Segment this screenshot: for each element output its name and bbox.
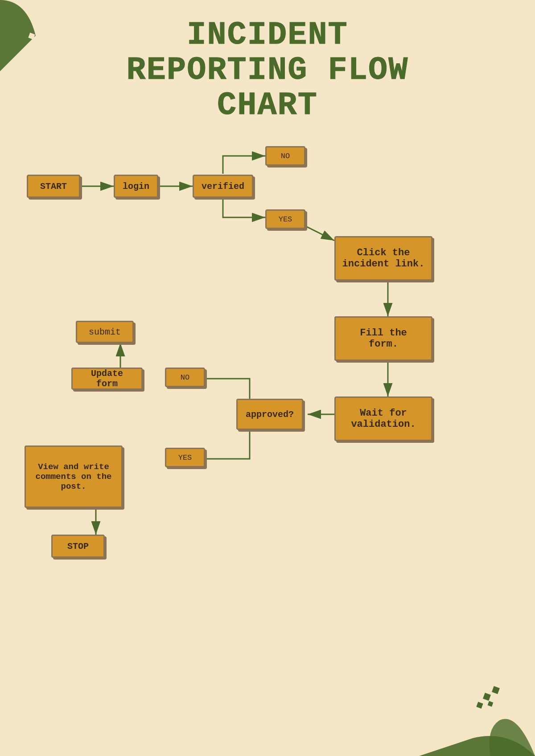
svg-rect-3: [40, 33, 45, 39]
wait-validation-box: Wait for validation.: [334, 396, 432, 441]
flowchart: START login verified NO YES Click the in…: [0, 143, 535, 722]
approved-box: approved?: [236, 399, 303, 430]
start-box: START: [27, 175, 80, 198]
yes-box: YES: [265, 209, 305, 229]
login-box: login: [114, 175, 158, 198]
view-comments-box: View and write comments on the post.: [25, 445, 123, 508]
verified-box: verified: [193, 175, 253, 198]
stop-box: STOP: [51, 535, 105, 558]
no-middle-box: NO: [165, 368, 205, 387]
corner-decoration-tl: [0, 0, 71, 71]
yes-bottom-box: YES: [165, 448, 205, 467]
svg-rect-0: [35, 24, 43, 32]
click-incident-box: Click the incident link.: [334, 236, 432, 281]
svg-rect-1: [44, 17, 52, 25]
page-title: INCIDENT REPORTING FLOW CHART: [0, 18, 535, 124]
arrows-svg: [0, 143, 535, 722]
submit-box: submit: [76, 321, 134, 343]
no-top-box: NO: [265, 146, 305, 166]
update-form-box: Update form: [71, 368, 143, 390]
page-title-area: INCIDENT REPORTING FLOW CHART: [0, 0, 535, 133]
fill-form-box: Fill the form.: [334, 316, 432, 361]
